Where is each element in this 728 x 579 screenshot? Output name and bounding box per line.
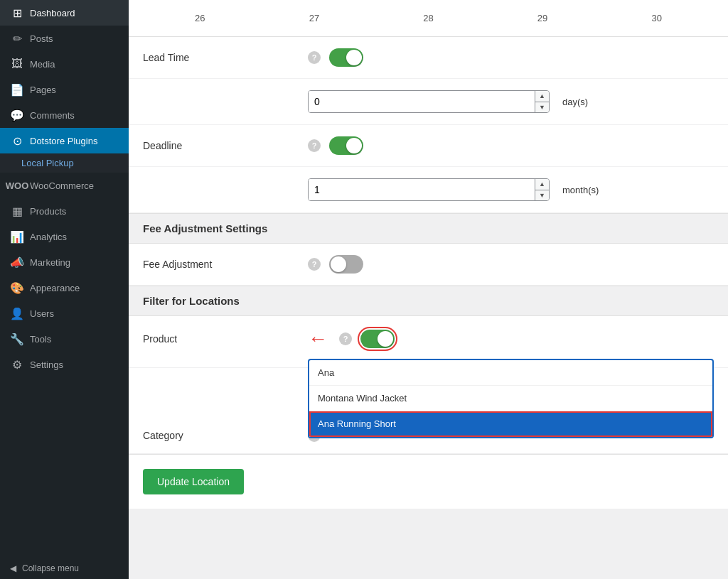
deadline-arrows: ▲ ▼	[535, 179, 549, 200]
deadline-controls	[329, 136, 714, 155]
sidebar-item-settings[interactable]: ⚙ Settings	[0, 352, 129, 377]
sidebar: ⊞ Dashboard ✏ Posts 🖼 Media 📄 Pages 💬 Co…	[0, 0, 129, 579]
sidebar-item-label: Appearance	[30, 283, 80, 293]
deadline-unit: month(s)	[562, 185, 599, 195]
sidebar-item-label: Marketing	[30, 257, 70, 268]
lead-time-row: Lead Time ?	[129, 37, 728, 79]
sidebar-item-label: Users	[30, 308, 54, 319]
bottom-actions: Update Location	[129, 454, 728, 509]
sidebar-item-products[interactable]: ▦ Products	[0, 198, 129, 224]
sidebar-item-marketing[interactable]: 📣 Marketing	[0, 249, 129, 275]
sidebar-item-dashboard[interactable]: ⊞ Dashboard	[0, 0, 129, 26]
tools-icon: 🔧	[10, 332, 24, 346]
sidebar-item-label: Settings	[30, 359, 63, 370]
settings-section: Lead Time ? ▲ ▼ day(s)	[129, 37, 728, 454]
cal-day-30: 30	[599, 7, 714, 29]
posts-icon: ✏	[10, 31, 24, 45]
product-dropdown[interactable]: Ana Montana Wind Jacket Ana Running Shor…	[308, 359, 714, 438]
dotstore-icon: ⊙	[10, 134, 24, 148]
dropdown-item-ana-running[interactable]: Ana Running Short	[309, 411, 712, 437]
lead-time-label: Lead Time	[143, 52, 299, 63]
collapse-label: Collapse menu	[22, 563, 79, 573]
sidebar-item-local-pickup[interactable]: Local Pickup	[0, 153, 129, 173]
fee-adjustment-row: Fee Adjustment ?	[129, 244, 728, 286]
lead-time-arrows: ▲ ▼	[535, 91, 549, 112]
deadline-toggle[interactable]	[329, 136, 363, 155]
fee-adjustment-toggle[interactable]	[329, 255, 363, 274]
deadline-input[interactable]	[309, 179, 535, 200]
sidebar-item-label: Media	[30, 59, 55, 70]
dropdown-item-montana[interactable]: Montana Wind Jacket	[309, 386, 712, 411]
sidebar-item-label: Tools	[30, 334, 51, 345]
products-icon: ▦	[10, 204, 24, 218]
deadline-value-controls: ▲ ▼ month(s)	[308, 178, 714, 201]
deadline-row: Deadline ?	[129, 125, 728, 167]
sidebar-item-dotstore[interactable]: ⊙ Dotstore Plugins	[0, 128, 129, 153]
fee-adjustment-knob	[331, 256, 346, 272]
filter-locations-header: Filter for Locations	[129, 286, 728, 316]
sidebar-item-posts[interactable]: ✏ Posts	[0, 26, 129, 51]
lead-time-down[interactable]: ▼	[535, 102, 549, 113]
users-icon: 👤	[10, 306, 24, 320]
sidebar-item-comments[interactable]: 💬 Comments	[0, 102, 129, 128]
fee-adjustment-label: Fee Adjustment	[143, 259, 299, 270]
cal-day-26: 26	[143, 7, 257, 29]
sidebar-item-media[interactable]: 🖼 Media	[0, 51, 129, 77]
product-toggle[interactable]	[360, 330, 395, 348]
cal-day-29: 29	[486, 7, 600, 29]
sidebar-item-woocommerce[interactable]: WOO WooCommerce	[0, 173, 129, 198]
sidebar-item-users[interactable]: 👤 Users	[0, 301, 129, 326]
settings-icon: ⚙	[10, 357, 24, 372]
product-row-top: Product ← ?	[143, 328, 714, 350]
lead-time-input[interactable]	[309, 91, 535, 112]
red-arrow-annotation: ←	[308, 328, 328, 350]
lead-time-knob	[346, 50, 362, 65]
update-location-button[interactable]: Update Location	[143, 469, 244, 494]
fee-adjustment-header: Fee Adjustment Settings	[129, 213, 728, 244]
product-row: Product ← ? Ana Montana Wind Jacket Ana …	[129, 316, 728, 368]
deadline-label: Deadline	[143, 140, 299, 151]
deadline-value-row: ▲ ▼ month(s)	[129, 167, 728, 213]
category-label: Category	[143, 430, 299, 441]
lead-time-help[interactable]: ?	[308, 51, 321, 64]
cal-day-28: 28	[371, 7, 486, 29]
woocommerce-icon: WOO	[10, 178, 24, 193]
sidebar-item-appearance[interactable]: 🎨 Appearance	[0, 275, 129, 301]
deadline-input-wrap: ▲ ▼	[308, 178, 550, 201]
fee-adjustment-controls	[329, 255, 714, 274]
lead-time-input-wrap: ▲ ▼	[308, 90, 550, 113]
collapse-icon: ◀	[10, 563, 16, 573]
product-knob	[378, 331, 393, 347]
fee-adjustment-help[interactable]: ?	[308, 258, 321, 271]
appearance-icon: 🎨	[10, 281, 24, 295]
sidebar-item-pages[interactable]: 📄 Pages	[0, 77, 129, 102]
lead-time-unit: day(s)	[562, 97, 588, 107]
collapse-menu[interactable]: ◀ Collapse menu	[0, 558, 129, 579]
sidebar-item-analytics[interactable]: 📊 Analytics	[0, 224, 129, 249]
deadline-down[interactable]: ▼	[535, 190, 549, 201]
sidebar-item-label: Dashboard	[30, 8, 75, 18]
sidebar-item-label: WooCommerce	[30, 180, 94, 191]
deadline-up[interactable]: ▲	[535, 179, 549, 190]
dropdown-item-ana[interactable]: Ana	[309, 360, 712, 386]
lead-time-value-row: ▲ ▼ day(s)	[129, 79, 728, 125]
product-help[interactable]: ?	[339, 332, 352, 345]
pages-icon: 📄	[10, 82, 24, 97]
dashboard-icon: ⊞	[10, 6, 24, 20]
product-label: Product	[143, 333, 299, 345]
deadline-knob	[346, 138, 362, 153]
sidebar-item-label: Products	[30, 206, 66, 217]
sidebar-item-label: Posts	[30, 33, 53, 44]
lead-time-value-controls: ▲ ▼ day(s)	[308, 90, 714, 113]
sidebar-item-label: Comments	[30, 110, 75, 121]
deadline-help[interactable]: ?	[308, 139, 321, 152]
lead-time-toggle[interactable]	[329, 48, 363, 67]
cal-day-27: 27	[257, 7, 372, 29]
sidebar-item-label: Pages	[30, 85, 56, 95]
lead-time-up[interactable]: ▲	[535, 91, 549, 102]
media-icon: 🖼	[10, 57, 24, 71]
sidebar-item-tools[interactable]: 🔧 Tools	[0, 326, 129, 352]
sidebar-item-label: Analytics	[30, 232, 67, 242]
sidebar-item-label: Dotstore Plugins	[30, 136, 97, 146]
main-content: 26 27 28 29 30 Lead Time ? ▲ ▼	[129, 0, 728, 579]
